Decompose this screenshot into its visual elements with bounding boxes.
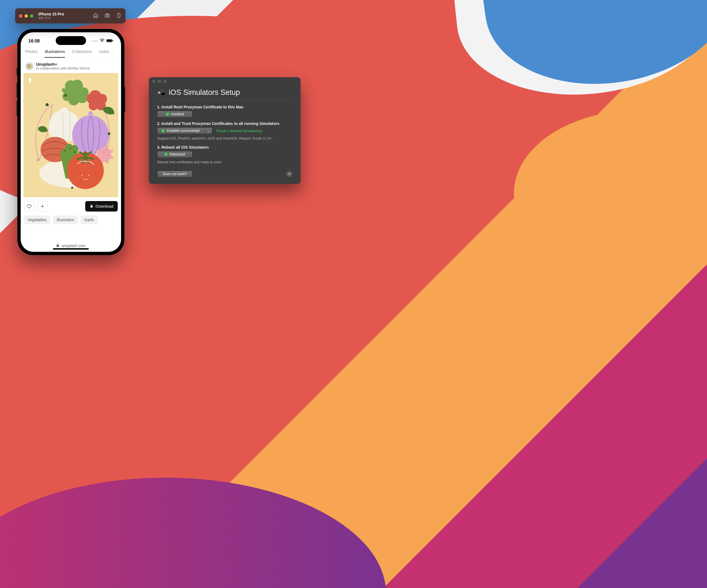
fullscreen-window-button[interactable] [30, 14, 33, 18]
svg-rect-6 [112, 40, 113, 41]
download-button[interactable]: Download [85, 201, 118, 211]
wifi-icon [100, 39, 104, 43]
page-title: 📲 iOS Simulators Setup [157, 88, 292, 100]
window-traffic-lights[interactable] [19, 14, 33, 18]
svg-point-16 [74, 151, 76, 153]
svg-point-12 [106, 150, 108, 151]
illustration-image[interactable]: ⬍ [24, 73, 118, 197]
safari-url-bar[interactable]: unsplash.com [21, 240, 121, 252]
svg-rect-24 [90, 205, 92, 207]
svg-point-14 [64, 150, 66, 152]
tag-vegetables[interactable]: Vegetables [24, 216, 50, 224]
check-icon [164, 153, 168, 156]
svg-point-19 [88, 174, 90, 176]
device-os: iOS 17.4 [38, 16, 64, 20]
status-time: 16:08 [28, 39, 40, 43]
status-badge: Installed successfully! [167, 129, 200, 133]
like-button[interactable] [24, 201, 34, 211]
svg-point-23 [71, 187, 73, 189]
simulator-titlebar[interactable]: iPhone 15 Pro iOS 17.4 [15, 8, 126, 24]
lock-icon [90, 204, 94, 209]
close-window-button[interactable] [152, 80, 156, 83]
minimize-window-button[interactable] [25, 14, 28, 18]
tab-photos[interactable]: Photos [25, 50, 37, 58]
close-window-button[interactable] [19, 14, 22, 18]
svg-point-1 [106, 15, 108, 16]
tab-illustrations[interactable]: Illustrations [45, 50, 65, 58]
url-text: unsplash.com [62, 243, 85, 248]
check-icon [161, 129, 165, 133]
found-simulators-text: Found 1 Booted Simulator(s) [216, 129, 262, 133]
device-name: iPhone 15 Pro [38, 12, 64, 17]
tag-row: Vegetables Illustration Garlic [21, 214, 121, 228]
screenshot-icon[interactable] [104, 13, 110, 19]
install-cert-button[interactable]: Installed [157, 111, 193, 118]
avatar[interactable] [25, 62, 33, 70]
reboot-button[interactable]: Rebooted! [157, 151, 193, 158]
category-tabs: Photos Illustrations Collections Users [21, 46, 121, 58]
silence-switch[interactable] [16, 68, 18, 75]
cellular-dots-icon: •••• [92, 39, 98, 43]
install-sim-cert-button[interactable]: Installed successfully! [157, 127, 212, 134]
status-badge: Installed [171, 112, 184, 116]
simulator-title: iPhone 15 Pro iOS 17.4 [38, 12, 64, 20]
vegetable-illustration [24, 73, 118, 192]
tab-collections[interactable]: Collections [72, 50, 92, 58]
add-button[interactable] [37, 201, 48, 211]
check-icon [166, 112, 169, 116]
svg-point-13 [107, 155, 108, 156]
step-1-label: 1. Install Root Proxyman Certificate to … [157, 105, 292, 109]
tab-users[interactable]: Users [99, 50, 109, 58]
svg-point-18 [81, 174, 83, 176]
volume-up-button[interactable] [16, 83, 18, 98]
svg-rect-2 [118, 13, 120, 18]
iphone-screen: 16:08 •••• Photos Illustrations Collecti… [21, 32, 121, 252]
step-2-label: 2. Install and Trust Proxyman Certificat… [157, 121, 292, 126]
svg-rect-5 [107, 40, 112, 42]
help-button[interactable]: ? [286, 171, 292, 177]
chevron-down-icon[interactable] [204, 128, 212, 134]
step-3-label: 3. Reboot all iOS Simulators [157, 145, 292, 150]
svg-point-15 [69, 147, 71, 150]
svg-point-20 [45, 103, 48, 106]
svg-point-11 [103, 152, 104, 153]
status-badge: Rebooted! [170, 153, 186, 156]
battery-icon [106, 39, 113, 43]
svg-point-22 [108, 132, 110, 135]
step-2-note: Support iOS, iPadOS, watchOS, tvOS and V… [157, 136, 292, 141]
action-row: Download [21, 197, 121, 214]
proxyman-titlebar[interactable] [149, 77, 301, 86]
power-button[interactable] [124, 87, 125, 112]
author-collab: In collaboration with Monika Verma [36, 66, 90, 70]
tag-garlic[interactable]: Garlic [80, 216, 98, 224]
volume-down-button[interactable] [16, 101, 18, 116]
svg-point-8 [64, 94, 67, 97]
phone-emoji-icon: 📲 [157, 89, 165, 97]
author-row[interactable]: Unsplash+ In collaboration with Monika V… [21, 58, 121, 73]
svg-point-21 [37, 159, 39, 162]
home-icon[interactable] [93, 13, 98, 19]
svg-rect-25 [57, 245, 59, 247]
dynamic-island [56, 36, 86, 45]
home-indicator[interactable] [53, 248, 89, 250]
step-3-note: Reload new certificates and ready to wor… [157, 160, 292, 165]
rotate-icon[interactable] [116, 13, 122, 19]
tag-illustration[interactable]: Illustration [53, 216, 78, 224]
does-not-work-button[interactable]: Does not work? [157, 171, 193, 177]
svg-rect-0 [105, 14, 109, 18]
minimize-window-button[interactable] [158, 80, 161, 83]
download-label: Download [96, 204, 113, 208]
author-name: Unsplash+ [36, 62, 90, 66]
iphone-frame: 16:08 •••• Photos Illustrations Collecti… [18, 29, 124, 255]
proxyman-window[interactable]: 📲 iOS Simulators Setup 1. Install Root P… [149, 77, 301, 184]
lock-icon [56, 243, 59, 248]
svg-point-3 [102, 42, 102, 42]
fullscreen-window-button[interactable] [163, 80, 167, 83]
